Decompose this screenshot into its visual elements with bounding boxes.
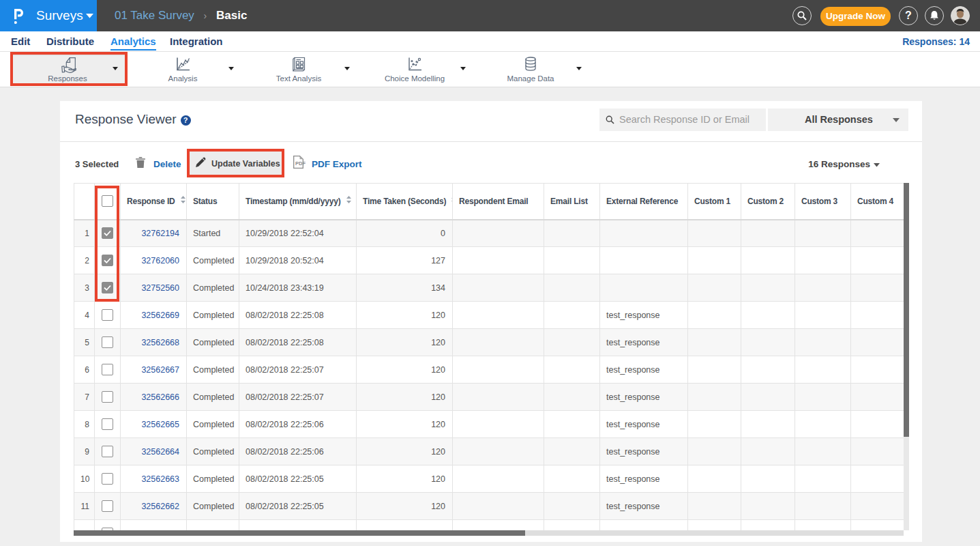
svg-text:PDF: PDF	[295, 160, 306, 167]
